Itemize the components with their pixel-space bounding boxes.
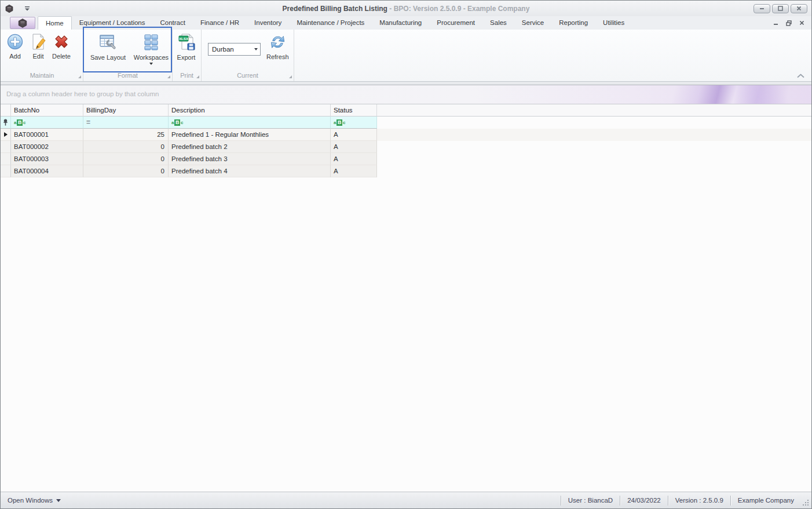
delete-icon xyxy=(52,32,71,51)
cell-status[interactable]: A xyxy=(331,153,377,165)
table-row[interactable]: BAT000004 0 Predefined batch 4 A xyxy=(1,165,811,177)
tab-procurement[interactable]: Procurement xyxy=(429,17,482,30)
cell-description[interactable]: Predefined batch 3 xyxy=(169,153,331,165)
tab-service[interactable]: Service xyxy=(514,17,551,30)
application-button[interactable] xyxy=(10,17,35,29)
tab-equipment-locations[interactable]: Equipment / Locations xyxy=(72,17,153,30)
group-by-panel[interactable]: Drag a column header here to group by th… xyxy=(1,85,811,104)
add-icon xyxy=(6,32,24,51)
filter-billingday[interactable]: = xyxy=(83,117,169,129)
mdi-minimize-icon[interactable] xyxy=(773,20,778,26)
cell-billingday[interactable]: 25 xyxy=(83,129,169,141)
table-row[interactable]: BAT000002 0 Predefined batch 2 A xyxy=(1,141,811,153)
statusbar-date: 24/03/2022 xyxy=(620,497,668,504)
text-filter-icon: aBc xyxy=(171,119,184,126)
export-button[interactable]: XLSX Export xyxy=(174,31,199,61)
close-button[interactable] xyxy=(791,4,807,13)
group-label-format: Format xyxy=(83,71,172,81)
filter-description[interactable]: aBc xyxy=(169,117,331,129)
title-bar: Predefined Billing Batch Listing - BPO: … xyxy=(1,1,811,16)
filter-batchno[interactable]: aBc xyxy=(11,117,83,129)
ribbon-group-maintain: Add Edit xyxy=(1,30,83,81)
tab-home[interactable]: Home xyxy=(38,16,72,30)
row-indicator xyxy=(1,165,11,177)
filter-pin-icon xyxy=(1,117,11,129)
add-button[interactable]: Add xyxy=(3,31,27,60)
header-indicator-cell xyxy=(1,104,11,117)
statusbar-user: User : BiancaD xyxy=(561,497,620,504)
cell-batchno[interactable]: BAT000003 xyxy=(11,153,83,165)
row-indicator xyxy=(1,141,11,153)
ribbon-tabs: Home Equipment / Locations Contract Fina… xyxy=(38,16,632,30)
edit-icon xyxy=(29,32,47,51)
workspaces-button[interactable]: Workspaces xyxy=(131,31,171,65)
ribbon-group-current: Durban Refresh Current xyxy=(202,30,294,81)
cell-batchno[interactable]: BAT000001 xyxy=(11,129,83,141)
header-filler xyxy=(377,104,811,117)
cell-billingday[interactable]: 0 xyxy=(83,153,169,165)
combo-dropdown-icon[interactable] xyxy=(251,48,260,50)
status-bar: Open Windows User : BiancaD 24/03/2022 V… xyxy=(1,492,811,508)
export-xlsx-icon: XLSX xyxy=(177,32,196,52)
collapse-ribbon-icon[interactable] xyxy=(796,72,805,78)
tab-manufacturing[interactable]: Manufacturing xyxy=(372,17,429,30)
text-filter-icon: aBc xyxy=(14,119,26,126)
tab-contract[interactable]: Contract xyxy=(152,17,192,30)
cell-status[interactable]: A xyxy=(331,165,377,177)
quick-access-customize-icon[interactable] xyxy=(24,6,30,11)
mdi-close-icon[interactable] xyxy=(799,20,804,26)
tab-sales[interactable]: Sales xyxy=(482,17,514,30)
ribbon-group-format: Save Layout Workspaces Format xyxy=(83,30,173,81)
refresh-button[interactable]: Refresh xyxy=(264,31,291,60)
ribbon-tab-row: Home Equipment / Locations Contract Fina… xyxy=(1,16,811,30)
cell-batchno[interactable]: BAT000002 xyxy=(11,141,83,153)
save-layout-button[interactable]: Save Layout xyxy=(88,31,128,61)
filter-status[interactable]: aBc xyxy=(331,117,377,129)
tab-utilities[interactable]: Utilities xyxy=(595,17,632,30)
cell-billingday[interactable]: 0 xyxy=(83,165,169,177)
row-arrow-icon xyxy=(4,132,8,137)
cell-status[interactable]: A xyxy=(331,129,377,141)
svg-text:XLSX: XLSX xyxy=(178,37,188,41)
cell-description[interactable]: Predefined 1 - Regular Monthlies xyxy=(169,129,331,141)
app-logo-icon xyxy=(17,18,28,28)
grid-empty-area xyxy=(1,177,811,492)
tab-finance-hr[interactable]: Finance / HR xyxy=(193,17,247,30)
cell-billingday[interactable]: 0 xyxy=(83,141,169,153)
group-label-maintain: Maintain xyxy=(1,71,83,81)
group-by-hint: Drag a column header here to group by th… xyxy=(6,90,159,97)
auto-filter-row: aBc = aBc aBc xyxy=(1,117,811,129)
site-combobox[interactable]: Durban xyxy=(208,43,261,56)
equals-filter-icon: = xyxy=(86,118,90,126)
refresh-icon xyxy=(268,32,287,52)
cell-batchno[interactable]: BAT000004 xyxy=(11,165,83,177)
minimize-button[interactable] xyxy=(754,4,770,13)
open-windows-dropdown-icon xyxy=(56,499,61,502)
billing-batch-grid: Drag a column header here to group by th… xyxy=(1,85,811,492)
column-header-status[interactable]: Status xyxy=(331,104,377,117)
current-row-indicator xyxy=(1,129,11,141)
column-header-batchno[interactable]: BatchNo xyxy=(11,104,83,117)
grid-header-row: BatchNo BillingDay Description Status xyxy=(1,104,811,117)
delete-button[interactable]: Delete xyxy=(50,31,73,60)
ribbon-group-print: XLSX Export Print xyxy=(173,30,202,81)
tab-maintenance-projects[interactable]: Maintenance / Projects xyxy=(289,17,372,30)
resize-grip[interactable] xyxy=(802,499,810,507)
cell-description[interactable]: Predefined batch 2 xyxy=(169,141,331,153)
tab-inventory[interactable]: Inventory xyxy=(247,17,289,30)
tab-reporting[interactable]: Reporting xyxy=(551,17,595,30)
edit-button[interactable]: Edit xyxy=(27,31,50,60)
decorative-swoosh xyxy=(667,85,811,104)
column-header-description[interactable]: Description xyxy=(169,104,331,117)
app-logo-icon xyxy=(5,4,14,13)
cell-description[interactable]: Predefined batch 4 xyxy=(169,165,331,177)
mdi-restore-icon[interactable] xyxy=(786,20,792,26)
maximize-button[interactable] xyxy=(772,4,789,13)
table-row[interactable]: BAT000003 0 Predefined batch 3 A xyxy=(1,153,811,165)
column-header-billingday[interactable]: BillingDay xyxy=(83,104,169,117)
table-row[interactable]: BAT000001 25 Predefined 1 - Regular Mont… xyxy=(1,129,811,141)
cell-status[interactable]: A xyxy=(331,141,377,153)
save-layout-icon xyxy=(98,32,118,52)
open-windows-button[interactable]: Open Windows xyxy=(8,497,61,504)
application-window: Predefined Billing Batch Listing - BPO: … xyxy=(0,0,812,509)
